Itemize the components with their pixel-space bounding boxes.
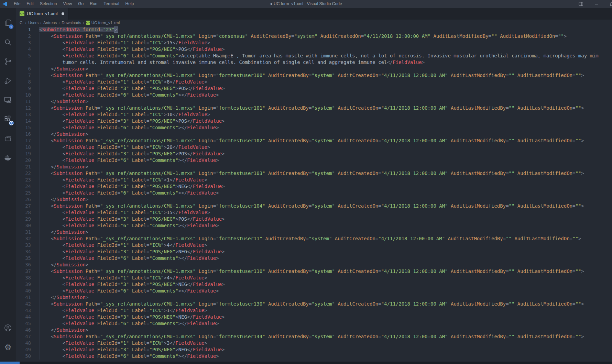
code-line[interactable]: 24<FieldValue FieldId="3" Label="POS/NEG… (16, 183, 612, 190)
code-line[interactable]: 46</Submission> (16, 327, 612, 333)
code-line[interactable]: 18<FieldValue FieldId="1" Label="IC%">20… (16, 144, 612, 151)
code-line[interactable]: 40<FieldValue FieldId="6" Label="Comment… (16, 288, 612, 294)
code-line[interactable]: 32<Submission Path="_sys_ref/annotations… (16, 235, 612, 242)
line-number[interactable]: 49 (16, 346, 39, 353)
line-number[interactable] (16, 59, 39, 66)
code-line[interactable]: 23<FieldValue FieldId="1" Label="IC%">1<… (16, 177, 612, 183)
code-line[interactable]: 33<FieldValue FieldId="1" Label="IC%">4<… (16, 242, 612, 249)
line-number[interactable]: 19 (16, 151, 39, 157)
line-number[interactable]: 3 (16, 40, 39, 46)
code-line[interactable]: 50<FieldValue FieldId="6" Label="Comment… (16, 353, 612, 360)
line-number[interactable]: 35 (16, 255, 39, 262)
menu-selection[interactable]: Selection (37, 0, 60, 8)
menu-help[interactable]: Help (122, 0, 137, 8)
line-number[interactable]: 39 (16, 281, 39, 288)
line-number[interactable]: 10 (16, 92, 39, 98)
remote-explorer-icon[interactable] (0, 90, 16, 110)
breadcrumb-segment[interactable]: C: (19, 21, 24, 25)
line-number[interactable]: 41 (16, 294, 39, 301)
line-number[interactable]: 20 (16, 157, 39, 164)
line-number[interactable]: 37 (16, 268, 39, 275)
line-number[interactable]: 2 (16, 33, 39, 40)
code-line[interactable]: 3<FieldValue FieldId="1" Label="IC%">15<… (16, 40, 612, 46)
line-number[interactable]: 4 (16, 46, 39, 53)
menu-go[interactable]: Go (75, 0, 87, 8)
code-line[interactable]: 43<FieldValue FieldId="1" Label="IC%">1<… (16, 307, 612, 314)
menu-run[interactable]: Run (87, 0, 100, 8)
line-number[interactable]: 32 (16, 235, 39, 242)
code-line[interactable]: 2<Submission Path="_sys_ref/annotations/… (16, 33, 612, 40)
code-line[interactable]: 5<FieldValue FieldId="6" Label="Comments… (16, 53, 612, 59)
code-line[interactable]: 12<Submission Path="_sys_ref/annotations… (16, 105, 612, 111)
code-line[interactable]: 13<FieldValue FieldId="1" Label="IC%">10… (16, 111, 612, 118)
line-number[interactable]: 15 (16, 124, 39, 131)
line-number[interactable]: 43 (16, 307, 39, 314)
line-number[interactable]: 29 (16, 216, 39, 222)
code-line[interactable]: 7<Submission Path="_sys_ref/annotations/… (16, 72, 612, 79)
line-number[interactable]: 25 (16, 190, 39, 196)
code-line[interactable]: 28<FieldValue FieldId="1" Label="IC%">15… (16, 209, 612, 216)
line-number[interactable]: 6 (16, 66, 39, 72)
breadcrumb-segment[interactable]: </>UC form_v1.xml (85, 21, 120, 25)
code-line[interactable]: 16</Submission> (16, 131, 612, 137)
line-number[interactable]: 5 (16, 53, 39, 59)
line-number[interactable]: 24 (16, 183, 39, 190)
code-area[interactable]: 1<SubmittedData formId="23">2<Submission… (16, 26, 612, 364)
code-line[interactable]: 19<FieldValue FieldId="3" Label="POS/NEG… (16, 151, 612, 157)
line-number[interactable]: 46 (16, 327, 39, 333)
code-line[interactable]: 37<Submission Path="_sys_ref/annotations… (16, 268, 612, 275)
code-line[interactable]: 30<FieldValue FieldId="6" Label="Comment… (16, 222, 612, 229)
line-number[interactable]: 33 (16, 242, 39, 249)
code-line[interactable]: 36</Submission> (16, 262, 612, 268)
line-number[interactable]: 26 (16, 196, 39, 203)
line-number[interactable]: 23 (16, 177, 39, 183)
line-number[interactable]: 13 (16, 111, 39, 118)
code-line[interactable]: 14<FieldValue FieldId="3" Label="POS/NEG… (16, 118, 612, 124)
accounts-icon[interactable] (0, 318, 16, 338)
extensions-icon[interactable] (0, 110, 16, 129)
settings-gear-icon[interactable]: ⚙ (0, 338, 16, 357)
line-number[interactable]: 30 (16, 222, 39, 229)
line-number[interactable]: 17 (16, 137, 39, 144)
menu-edit[interactable]: Edit (23, 0, 37, 8)
line-number[interactable]: 40 (16, 288, 39, 294)
code-line[interactable]: 27<Submission Path="_sys_ref/annotations… (16, 203, 612, 209)
line-number[interactable]: 48 (16, 340, 39, 346)
unsaved-dot-icon[interactable] (62, 12, 64, 15)
line-number[interactable]: 8 (16, 79, 39, 85)
line-number[interactable]: 9 (16, 85, 39, 92)
maximize-button[interactable] (604, 0, 612, 8)
folders-icon[interactable] (0, 129, 16, 148)
line-number[interactable]: 45 (16, 320, 39, 327)
code-line[interactable]: 42<Submission Path="_sys_ref/annotations… (16, 301, 612, 307)
run-and-debug-icon[interactable] (0, 71, 16, 90)
line-number[interactable]: 50 (16, 353, 39, 360)
code-line[interactable]: 39<FieldValue FieldId="3" Label="POS/NEG… (16, 281, 612, 288)
breadcrumb-segment[interactable]: Antreas (43, 21, 58, 25)
explorer-icon[interactable]: 1 (0, 13, 16, 33)
line-number[interactable]: 27 (16, 203, 39, 209)
line-number[interactable]: 12 (16, 105, 39, 111)
code-line[interactable]: 45<FieldValue FieldId="6" Label="Comment… (16, 320, 612, 327)
code-line[interactable]: 10<FieldValue FieldId="6" Label="Comment… (16, 92, 612, 98)
code-line[interactable]: 22<Submission Path="_sys_ref/annotations… (16, 170, 612, 177)
code-line[interactable]: 25<FieldValue FieldId="6" Label="Comment… (16, 190, 612, 196)
code-line[interactable]: 38<FieldValue FieldId="1" Label="IC%">4<… (16, 275, 612, 281)
code-line[interactable]: 20<FieldValue FieldId="6" Label="Comment… (16, 157, 612, 164)
code-line[interactable]: 44<FieldValue FieldId="3" Label="POS/NEG… (16, 314, 612, 320)
layout-toggle-icon[interactable] (573, 0, 589, 8)
code-line-wrap[interactable]: tumor cells. Intratumoral and stromal in… (16, 59, 612, 66)
code-line[interactable]: 9<FieldValue FieldId="3" Label="POS/NEG"… (16, 85, 612, 92)
breadcrumb-segment[interactable]: Downloads (61, 21, 82, 25)
line-number[interactable]: 22 (16, 170, 39, 177)
line-number[interactable]: 28 (16, 209, 39, 216)
menu-terminal[interactable]: Terminal (100, 0, 122, 8)
code-line[interactable]: 4<FieldValue FieldId="3" Label="POS/NEG"… (16, 46, 612, 53)
line-number[interactable]: 16 (16, 131, 39, 137)
line-number[interactable]: 18 (16, 144, 39, 151)
line-number[interactable]: 31 (16, 229, 39, 235)
code-line[interactable]: 11</Submission> (16, 98, 612, 105)
menu-file[interactable]: File (11, 0, 23, 8)
line-number[interactable]: 7 (16, 72, 39, 79)
code-line[interactable]: 6</Submission> (16, 66, 612, 72)
